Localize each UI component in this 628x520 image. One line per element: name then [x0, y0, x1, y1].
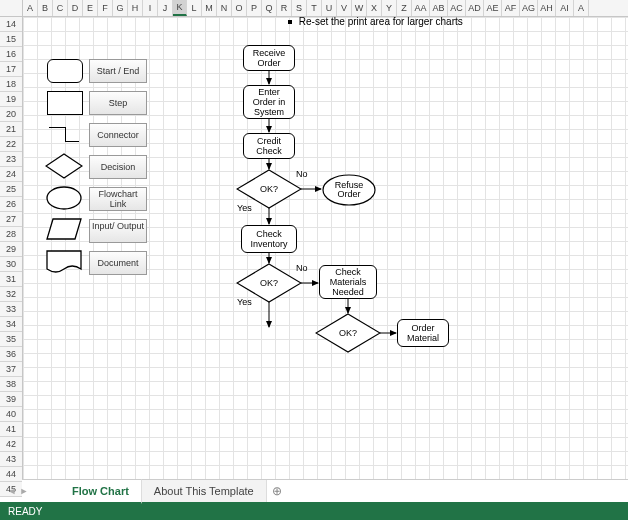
- row-header-38[interactable]: 38: [0, 377, 22, 392]
- col-header-Q[interactable]: Q: [262, 0, 277, 16]
- legend-btn-startend[interactable]: Start / End: [89, 59, 147, 83]
- row-header-22[interactable]: 22: [0, 137, 22, 152]
- svg-point-5: [323, 175, 375, 205]
- node-receive-order[interactable]: Receive Order: [243, 45, 295, 71]
- col-header-H[interactable]: H: [128, 0, 143, 16]
- node-refuse-order[interactable]: Refuse Order: [321, 173, 377, 207]
- col-header-O[interactable]: O: [232, 0, 247, 16]
- node-enter-order[interactable]: Enter Order in System: [243, 85, 295, 119]
- worksheet-grid[interactable]: Re-set the print area for larger charts …: [23, 17, 628, 479]
- row-header-42[interactable]: 42: [0, 437, 22, 452]
- node-decision-3[interactable]: OK?: [315, 313, 381, 353]
- legend-btn-flowchartlink[interactable]: Flowchart Link: [89, 187, 147, 211]
- col-header-L[interactable]: L: [187, 0, 202, 16]
- col-header-J[interactable]: J: [158, 0, 173, 16]
- node-check-inventory[interactable]: Check Inventory: [241, 225, 297, 253]
- svg-marker-0: [46, 154, 82, 178]
- row-header-37[interactable]: 37: [0, 362, 22, 377]
- row-header-29[interactable]: 29: [0, 242, 22, 257]
- col-header-S[interactable]: S: [292, 0, 307, 16]
- col-header-AB[interactable]: AB: [430, 0, 448, 16]
- row-header-44[interactable]: 44: [0, 467, 22, 482]
- row-header-39[interactable]: 39: [0, 392, 22, 407]
- col-header-Z[interactable]: Z: [397, 0, 412, 16]
- legend-shape-connector[interactable]: [47, 123, 81, 145]
- row-header-34[interactable]: 34: [0, 317, 22, 332]
- row-header-23[interactable]: 23: [0, 152, 22, 167]
- col-header-AA[interactable]: AA: [412, 0, 430, 16]
- svg-marker-10: [316, 314, 380, 352]
- row-header-35[interactable]: 35: [0, 332, 22, 347]
- col-header-R[interactable]: R: [277, 0, 292, 16]
- col-header-U[interactable]: U: [322, 0, 337, 16]
- row-header-40[interactable]: 40: [0, 407, 22, 422]
- row-header-19[interactable]: 19: [0, 92, 22, 107]
- tab-flow-chart[interactable]: Flow Chart: [60, 479, 142, 504]
- row-header-20[interactable]: 20: [0, 107, 22, 122]
- row-header-43[interactable]: 43: [0, 452, 22, 467]
- col-header-AF[interactable]: AF: [502, 0, 520, 16]
- row-header-25[interactable]: 25: [0, 182, 22, 197]
- col-header-AE[interactable]: AE: [484, 0, 502, 16]
- legend-btn-step[interactable]: Step: [89, 91, 147, 115]
- col-header-F[interactable]: F: [98, 0, 113, 16]
- col-header-M[interactable]: M: [202, 0, 217, 16]
- col-header-X[interactable]: X: [367, 0, 382, 16]
- row-header-41[interactable]: 41: [0, 422, 22, 437]
- legend-shape-io[interactable]: [45, 217, 83, 241]
- col-header-I[interactable]: I: [143, 0, 158, 16]
- row-header-36[interactable]: 36: [0, 347, 22, 362]
- row-header-27[interactable]: 27: [0, 212, 22, 227]
- col-header-AC[interactable]: AC: [448, 0, 466, 16]
- row-header-16[interactable]: 16: [0, 47, 22, 62]
- col-header-N[interactable]: N: [217, 0, 232, 16]
- col-header-Y[interactable]: Y: [382, 0, 397, 16]
- legend-shape-startend[interactable]: [47, 59, 83, 83]
- row-header-31[interactable]: 31: [0, 272, 22, 287]
- row-header-18[interactable]: 18: [0, 77, 22, 92]
- col-header-A[interactable]: A: [574, 0, 589, 16]
- col-header-D[interactable]: D: [68, 0, 83, 16]
- col-header-AI[interactable]: AI: [556, 0, 574, 16]
- legend-shape-decision[interactable]: [45, 153, 83, 179]
- legend-btn-connector[interactable]: Connector: [89, 123, 147, 147]
- col-header-G[interactable]: G: [113, 0, 128, 16]
- row-header-14[interactable]: 14: [0, 17, 22, 32]
- node-check-materials[interactable]: Check Materials Needed: [319, 265, 377, 299]
- row-header-32[interactable]: 32: [0, 287, 22, 302]
- tab-next-icon[interactable]: ►: [18, 486, 30, 496]
- legend-btn-document[interactable]: Document: [89, 251, 147, 275]
- row-header-26[interactable]: 26: [0, 197, 22, 212]
- row-header-17[interactable]: 17: [0, 62, 22, 77]
- col-header-AH[interactable]: AH: [538, 0, 556, 16]
- row-header-24[interactable]: 24: [0, 167, 22, 182]
- col-header-E[interactable]: E: [83, 0, 98, 16]
- node-credit-check[interactable]: Credit Check: [243, 133, 295, 159]
- col-header-B[interactable]: B: [38, 0, 53, 16]
- legend-btn-decision[interactable]: Decision: [89, 155, 147, 179]
- col-header-A[interactable]: A: [23, 0, 38, 16]
- svg-text:OK?: OK?: [260, 278, 278, 288]
- col-header-AG[interactable]: AG: [520, 0, 538, 16]
- row-header-28[interactable]: 28: [0, 227, 22, 242]
- legend-shape-flowchartlink[interactable]: [45, 185, 83, 211]
- add-sheet-icon[interactable]: ⊕: [267, 484, 287, 498]
- tab-about-template[interactable]: About This Template: [142, 480, 267, 502]
- col-header-T[interactable]: T: [307, 0, 322, 16]
- node-order-material[interactable]: Order Material: [397, 319, 449, 347]
- col-header-W[interactable]: W: [352, 0, 367, 16]
- row-header-33[interactable]: 33: [0, 302, 22, 317]
- row-header-15[interactable]: 15: [0, 32, 22, 47]
- col-header-K[interactable]: K: [173, 0, 187, 16]
- row-header-21[interactable]: 21: [0, 122, 22, 137]
- svg-text:Order: Order: [337, 189, 360, 199]
- col-header-AD[interactable]: AD: [466, 0, 484, 16]
- legend-shape-step[interactable]: [47, 91, 83, 115]
- col-header-C[interactable]: C: [53, 0, 68, 16]
- col-header-V[interactable]: V: [337, 0, 352, 16]
- legend-btn-io[interactable]: Input/ Output: [89, 219, 147, 243]
- col-header-P[interactable]: P: [247, 0, 262, 16]
- legend-shape-document[interactable]: [45, 249, 83, 275]
- row-header-30[interactable]: 30: [0, 257, 22, 272]
- tab-prev-icon[interactable]: ◄: [6, 486, 18, 496]
